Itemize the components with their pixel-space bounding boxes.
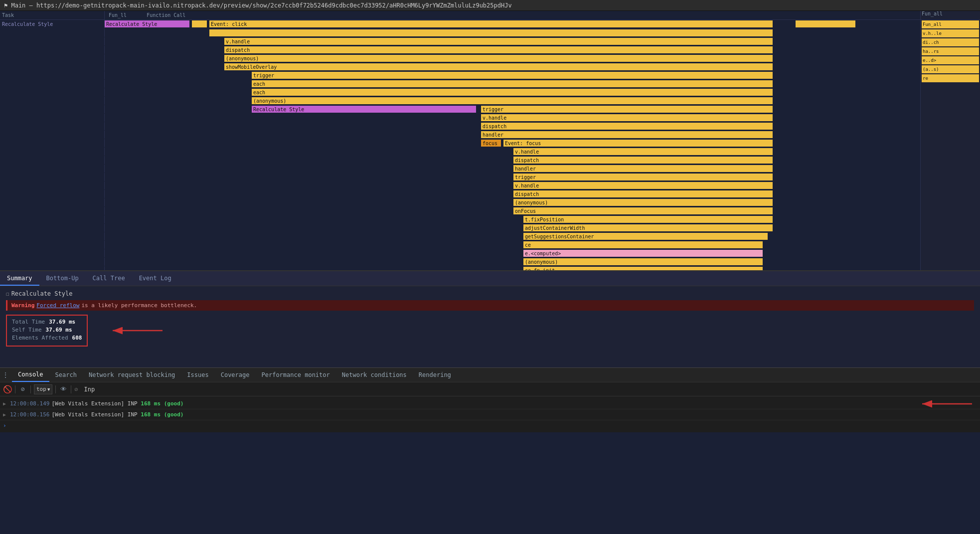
flame-row[interactable]: adjustContainerWidth [0, 224, 920, 232]
event-title: Recalculate Style [11, 290, 73, 297]
flame-row[interactable]: v.handle [0, 181, 920, 190]
flame-row[interactable]: dispatch [0, 122, 920, 131]
toolbar-sep-1 [15, 385, 15, 393]
row-bars: ce [105, 241, 920, 249]
row-bars: Recalculate Style trigger [105, 105, 920, 113]
row-label [0, 131, 105, 139]
flame-row[interactable]: v.handle [0, 37, 920, 46]
right-bar-6: (a..s) [922, 65, 979, 73]
arrow-annotation [108, 323, 167, 338]
stop-exceptions-icon[interactable]: ⊘ [18, 385, 27, 394]
dt-tab-coverage[interactable]: Coverage [215, 368, 256, 382]
eye-icon[interactable]: 👁 [59, 385, 68, 394]
elements-label: Elements Affected [12, 335, 68, 341]
tab-event-log[interactable]: Event Log [132, 271, 178, 286]
row-label [0, 46, 105, 54]
flame-row[interactable]: dispatch [0, 46, 920, 54]
tab-summary[interactable]: Summary [0, 271, 39, 286]
console-toolbar: 🚫 ⊘ top ▼ 👁 ⊘ [0, 382, 980, 396]
trigger-mid: trigger [481, 106, 773, 113]
toolbar-sep-2 [30, 385, 31, 393]
filter-icon: ⊘ [74, 386, 78, 393]
row-label [0, 232, 105, 240]
flame-row[interactable]: e.<computed> [0, 249, 920, 258]
flame-row[interactable]: v.handle [0, 114, 920, 122]
small-bar [192, 20, 207, 27]
task-header-label: Task [0, 11, 105, 19]
row-bars: showMobileOverlay [105, 63, 920, 71]
flame-row[interactable]: t.fixPosition [0, 215, 920, 224]
right-bar-3: di..ch [922, 38, 979, 46]
flame-row[interactable]: ce [0, 241, 920, 249]
tab-bottom-up[interactable]: Bottom-Up [39, 271, 86, 286]
row-bars: ce.fn.init [105, 266, 920, 270]
row-label [0, 71, 105, 79]
row-label [0, 165, 105, 173]
flame-row[interactable]: ce.fn.init [0, 266, 920, 270]
row-bars: t.fixPosition [105, 215, 920, 223]
warning-link[interactable]: Forced reflow [36, 302, 79, 309]
devtools-menu-icon[interactable]: ⋮ [2, 371, 9, 379]
flame-row[interactable]: Recalculate Style Recalculate Style Even… [0, 20, 920, 29]
log-row-2[interactable]: ▶ 12:00:08.156 [Web Vitals Extension] IN… [0, 409, 980, 420]
flame-row[interactable] [0, 29, 920, 37]
flame-row[interactable]: (anonymous) [0, 54, 920, 63]
ecomputed-bar: e.<computed> [523, 250, 763, 257]
flame-row[interactable]: handler [0, 131, 920, 139]
handler-bar: handler [481, 131, 773, 138]
dt-tab-search[interactable]: Search [49, 368, 83, 382]
flame-row[interactable]: (anonymous) [0, 97, 920, 105]
flame-row[interactable]: (anonymous) [0, 198, 920, 207]
log-highlight-1: 168 ms (good) [141, 400, 183, 407]
flame-row[interactable]: (anonymous) [0, 258, 920, 266]
flame-row[interactable]: trigger [0, 71, 920, 80]
flame-chart: Task Fun_ll Function Call Fun_all Recalc… [0, 11, 980, 270]
flame-row[interactable]: v.handle [0, 148, 920, 156]
flame-row[interactable]: each [0, 88, 920, 97]
row-bars: (anonymous) [105, 97, 920, 105]
dt-tab-performance-monitor[interactable]: Performance monitor [255, 368, 335, 382]
right-panel-header: Fun_all [920, 11, 980, 20]
row-bars: trigger [105, 71, 920, 79]
tab-call-tree[interactable]: Call Tree [86, 271, 132, 286]
console-filter-input[interactable] [82, 386, 182, 393]
dispatch-bar3: dispatch [513, 157, 773, 164]
dt-tab-network-conditions[interactable]: Network conditions [336, 368, 413, 382]
flame-row[interactable]: focus Event: focus [0, 139, 920, 148]
flame-row[interactable]: onFocus [0, 207, 920, 215]
right-bar-7: re [922, 74, 979, 82]
prompt-symbol: › [3, 422, 6, 429]
dt-tab-network-blocking[interactable]: Network request blocking [83, 368, 181, 382]
flame-row[interactable]: dispatch [0, 190, 920, 198]
anon-bar3: (anonymous) [252, 97, 773, 104]
row-label [0, 114, 105, 122]
row-bars: dispatch [105, 190, 920, 198]
flame-row[interactable]: dispatch [0, 156, 920, 165]
context-dropdown-icon: ▼ [47, 387, 50, 392]
row-bars: handler [105, 131, 920, 139]
flame-row[interactable]: each [0, 80, 920, 88]
flame-row[interactable]: trigger [0, 173, 920, 181]
row-label [0, 266, 105, 270]
flame-row[interactable]: showMobileOverlay [0, 63, 920, 71]
recalc-style-mid: Recalculate Style [252, 106, 476, 113]
expand-icon-1[interactable]: ▶ [3, 401, 8, 406]
focus-bar: focus [481, 140, 501, 147]
flame-row[interactable]: getSuggestionsContainer [0, 232, 920, 241]
dt-tab-console[interactable]: Console [12, 368, 49, 382]
row-label [0, 173, 105, 181]
event-click-bar: Event: click [209, 20, 773, 27]
flame-row[interactable]: handler [0, 165, 920, 173]
console-prompt[interactable]: › [0, 420, 980, 430]
right-bar-2: v.h..le [922, 29, 979, 37]
row-label [0, 54, 105, 62]
log-row-1[interactable]: ▶ 12:00:08.149 [Web Vitals Extension] IN… [0, 398, 980, 409]
log-msg-2: [Web Vitals Extension] INP [51, 411, 141, 418]
context-selector[interactable]: top ▼ [34, 384, 52, 394]
expand-icon-2[interactable]: ▶ [3, 412, 8, 417]
dt-tab-rendering[interactable]: Rendering [413, 368, 457, 382]
clear-console-icon[interactable]: 🚫 [3, 385, 12, 394]
dt-tab-issues[interactable]: Issues [181, 368, 214, 382]
log-arrow-1 [917, 399, 977, 409]
flame-row[interactable]: Recalculate Style trigger [0, 105, 920, 114]
